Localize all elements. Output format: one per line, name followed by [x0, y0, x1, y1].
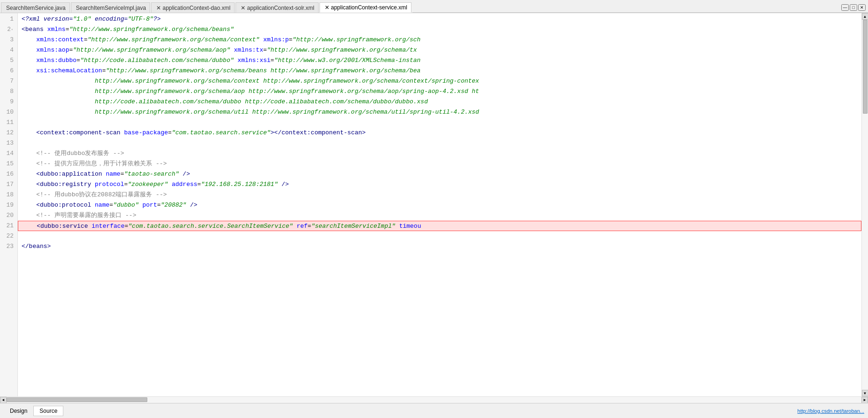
- line-num-16: 16: [4, 169, 14, 179]
- bottom-url[interactable]: http://blog.csdn.net/taroban...: [798, 408, 864, 414]
- code-line-23: </beans>: [18, 241, 861, 252]
- code-line-11: [18, 117, 861, 128]
- tab-bar: SearchItemService.java SearchItemService…: [0, 0, 868, 13]
- source-tab-label: Source: [39, 408, 57, 414]
- line-num-18: 18: [4, 190, 14, 200]
- line-num-12: 12: [4, 128, 14, 138]
- tab-label: ✕ applicationContext-dao.xml: [156, 5, 230, 11]
- code-line-22: [18, 231, 861, 241]
- code-line-10: http://www.springframework.org/schema/ut…: [18, 107, 861, 117]
- line-num-17: 17: [4, 179, 14, 190]
- code-line-20: <!-- 声明需要暴露的服务接口 -->: [18, 210, 861, 221]
- code-line-5: xmlns:dubbo="http://code.alibabatech.com…: [18, 55, 861, 66]
- design-tab-label: Design: [10, 408, 27, 414]
- code-line-7: http://www.springframework.org/schema/co…: [18, 76, 861, 86]
- design-tab[interactable]: Design: [4, 406, 33, 416]
- code-line-9: http://code.alibabatech.com/schema/dubbo…: [18, 97, 861, 107]
- horizontal-scrollbar[interactable]: ◄ ►: [0, 396, 868, 403]
- tab-app-context-service[interactable]: ✕ applicationContext-service.xml: [320, 2, 411, 13]
- line-num-4: 4: [4, 45, 14, 55]
- line-num-15: 15: [4, 159, 14, 169]
- scroll-down-button[interactable]: ▼: [862, 390, 868, 396]
- scrollbar-thumb[interactable]: [863, 20, 868, 114]
- code-line-19: <dubbo:protocol name="dubbo" port="20882…: [18, 200, 861, 210]
- tab-label: SearchItemService.java: [6, 5, 66, 11]
- line-num-6: 6: [4, 66, 14, 76]
- line-num-7: 7: [4, 76, 14, 86]
- vertical-scrollbar[interactable]: ▲ ▼: [861, 13, 868, 396]
- code-line-18: <!-- 用dubbo协议在20882端口暴露服务 -->: [18, 190, 861, 200]
- hscroll-track[interactable]: [7, 397, 861, 403]
- line-num-20: 20: [4, 210, 14, 221]
- tab-label: ✕ applicationContext-service.xml: [325, 4, 407, 11]
- line-num-13: 13: [4, 138, 14, 148]
- editor-area: 1 2◦ 3 4 5 6 7 8 9 10 11 12 13 14 15 16 …: [0, 13, 868, 396]
- line-num-1: 1: [4, 14, 14, 24]
- code-line-13: [18, 138, 861, 148]
- code-line-6: xsi:schemaLocation="http://www.springfra…: [18, 66, 861, 76]
- line-num-11: 11: [4, 117, 14, 128]
- tab-search-item-service[interactable]: SearchItemService.java: [1, 2, 70, 13]
- line-num-8: 8: [4, 86, 14, 97]
- scroll-right-button[interactable]: ►: [861, 397, 868, 403]
- tab-search-item-service-impl[interactable]: SearchItemServiceImpl.java: [71, 2, 150, 13]
- line-num-14: 14: [4, 148, 14, 159]
- line-num-2: 2◦: [4, 24, 14, 35]
- line-num-3: 3: [4, 35, 14, 45]
- hscroll-thumb[interactable]: [7, 397, 147, 402]
- code-line-12: <context:component-scan base-package="co…: [18, 128, 861, 138]
- line-num-22: 22: [4, 231, 14, 241]
- code-line-8: http://www.springframework.org/schema/ao…: [18, 86, 861, 97]
- code-line-16: <dubbo:application name="taotao-search" …: [18, 169, 861, 179]
- line-num-21: 21: [4, 221, 14, 231]
- scrollbar-track[interactable]: [862, 20, 868, 390]
- scroll-up-button[interactable]: ▲: [862, 13, 868, 20]
- bottom-bar: Design Source http://blog.csdn.net/tarob…: [0, 403, 868, 418]
- line-num-9: 9: [4, 97, 14, 107]
- code-line-21: <dubbo:service interface="com.taotao.sea…: [18, 221, 861, 231]
- code-editor[interactable]: <?xml version="1.0" encoding="UTF-8"?> <…: [18, 13, 861, 396]
- close-button[interactable]: ✕: [858, 4, 866, 11]
- tab-app-context-solr[interactable]: ✕ applicationContext-solr.xml: [236, 2, 319, 13]
- restore-button[interactable]: □: [850, 4, 857, 11]
- tab-label: ✕ applicationContext-solr.xml: [241, 5, 314, 11]
- code-line-15: <!-- 提供方应用信息，用于计算依赖关系 -->: [18, 159, 861, 169]
- code-line-1: <?xml version="1.0" encoding="UTF-8"?>: [18, 14, 861, 24]
- code-line-17: <dubbo:registry protocol="zookeeper" add…: [18, 179, 861, 190]
- line-num-10: 10: [4, 107, 14, 117]
- source-tab[interactable]: Source: [33, 406, 63, 416]
- code-line-14: <!-- 使用dubbo发布服务 -->: [18, 148, 861, 159]
- code-line-3: xmlns:context="http://www.springframewor…: [18, 35, 861, 45]
- code-line-2: <beans xmlns="http://www.springframework…: [18, 24, 861, 35]
- code-line-4: xmlns:aop="http://www.springframework.or…: [18, 45, 861, 55]
- line-num-5: 5: [4, 55, 14, 66]
- minimize-button[interactable]: —: [841, 4, 849, 11]
- tab-label: SearchItemServiceImpl.java: [76, 5, 146, 11]
- line-num-19: 19: [4, 200, 14, 210]
- tab-app-context-dao[interactable]: ✕ applicationContext-dao.xml: [151, 2, 235, 13]
- scroll-left-button[interactable]: ◄: [0, 397, 7, 403]
- line-num-23: 23: [4, 241, 14, 252]
- line-numbers: 1 2◦ 3 4 5 6 7 8 9 10 11 12 13 14 15 16 …: [0, 13, 18, 396]
